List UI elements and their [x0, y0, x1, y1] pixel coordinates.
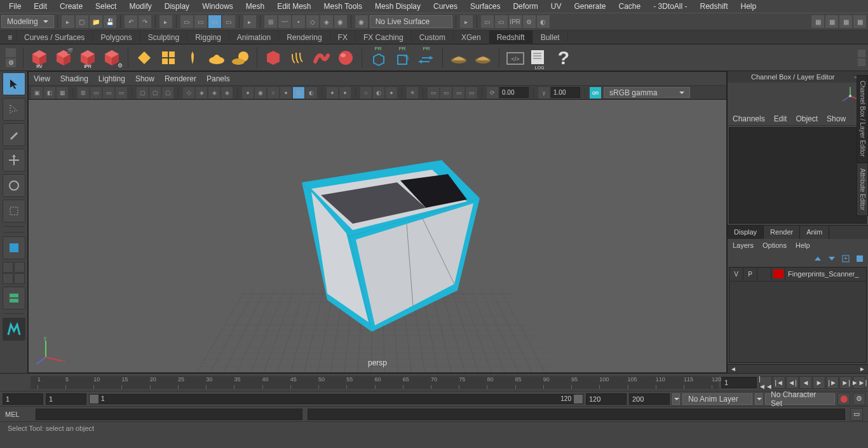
select-tool[interactable]: [3, 72, 25, 95]
rs-cube-0[interactable]: RV: [29, 47, 50, 69]
pt-tex3-icon[interactable]: ▭: [453, 87, 465, 98]
menu-surfaces[interactable]: Surfaces: [464, 1, 506, 12]
layer-move-down-icon[interactable]: [826, 253, 837, 264]
shelf-tab-redshift[interactable]: Redshift: [489, 31, 533, 44]
file-save-icon[interactable]: 💾: [104, 15, 116, 28]
panel-menu-shading[interactable]: Shading: [60, 74, 88, 83]
layer-new-empty-icon[interactable]: +: [840, 253, 851, 264]
menu-display[interactable]: Display: [158, 1, 196, 12]
rs-help-icon[interactable]: ?: [553, 47, 574, 69]
select-comp-icon[interactable]: ▭: [222, 15, 235, 28]
shelf-tab-curves-surfaces[interactable]: Curves / Surfaces: [17, 31, 93, 44]
rs-cube-3[interactable]: ⚙: [101, 47, 123, 69]
pt-reload-icon[interactable]: ⟳: [487, 87, 498, 98]
prev-key-icon[interactable]: |◄: [773, 376, 785, 389]
colorspace-dropdown[interactable]: sRGB gamma: [604, 87, 690, 98]
shelf-tab-fx-caching[interactable]: FX Caching: [356, 31, 412, 44]
layer-name[interactable]: Fingerprints_Scanner_: [785, 270, 861, 278]
pt-flat-icon[interactable]: ●: [280, 87, 292, 98]
layer-tab-display[interactable]: Display: [728, 226, 764, 239]
pt-xrayc-icon[interactable]: ◈: [221, 87, 233, 98]
layer-tab-render[interactable]: Render: [764, 226, 800, 239]
pt-image-icon[interactable]: ▦: [57, 87, 68, 98]
menu-cache[interactable]: Cache: [612, 1, 647, 12]
layer-menu-help[interactable]: Help: [796, 241, 810, 249]
redo-icon[interactable]: ↷: [139, 15, 151, 28]
range-start-input[interactable]: [3, 393, 43, 405]
cb-menu-edit[interactable]: Edit: [774, 114, 787, 123]
shelf-tab-polygons[interactable]: Polygons: [93, 31, 140, 44]
pt-shadow-icon[interactable]: ▦: [293, 87, 304, 98]
go-start-icon[interactable]: |◄◄: [759, 376, 772, 389]
time-slider[interactable]: 1510152025303540455055606570758085909510…: [0, 373, 868, 391]
menu-uv[interactable]: UV: [545, 1, 568, 12]
shelf-tab-sculpting[interactable]: Sculpting: [140, 31, 187, 44]
snap-grid-icon[interactable]: ⊞: [264, 15, 277, 28]
snap-curve-icon[interactable]: 〰: [278, 15, 291, 28]
menu-windows[interactable]: Windows: [196, 1, 240, 12]
shelf-tab-layout-icon[interactable]: [6, 48, 16, 57]
rs-light-spot-icon[interactable]: [206, 47, 227, 69]
axis-gizmo[interactable]: yxz: [36, 333, 68, 365]
pt-tex-icon[interactable]: ▭: [428, 87, 439, 98]
panel-menu-panels[interactable]: Panels: [207, 74, 230, 83]
rs-volume-icon[interactable]: [287, 47, 308, 69]
pt-aa-icon[interactable]: ◐: [373, 87, 384, 98]
rs-baker2-icon[interactable]: [472, 47, 494, 69]
shelf-scroll-up-icon[interactable]: [858, 50, 865, 57]
scale-tool[interactable]: [3, 200, 25, 222]
range-out-input[interactable]: [586, 393, 627, 405]
rs-log-icon[interactable]: LOG: [529, 47, 550, 69]
panel-menu-renderer[interactable]: Renderer: [165, 74, 196, 83]
rs-sphere-icon[interactable]: [335, 47, 356, 69]
rs-baker1-icon[interactable]: [448, 47, 470, 69]
anim-prefs-icon[interactable]: ⚙: [853, 393, 865, 405]
rs-proxy-icon[interactable]: [262, 47, 284, 69]
rs-light-area-icon[interactable]: [158, 47, 179, 69]
step-fwd-icon[interactable]: |►: [826, 376, 839, 389]
side-tab-attribute[interactable]: Attribute Editor: [857, 163, 868, 216]
new-scene-icon[interactable]: ▸: [62, 15, 74, 28]
pt-iso-icon[interactable]: ◇: [183, 87, 194, 98]
pt-motion-icon[interactable]: ●: [327, 87, 338, 98]
time-current-input[interactable]: [721, 377, 757, 388]
cb-menu-channels[interactable]: Channels: [733, 114, 765, 123]
file-open-icon[interactable]: 📁: [90, 15, 102, 28]
exposure-input[interactable]: [499, 87, 529, 98]
ipr-render-icon[interactable]: IPR: [509, 15, 522, 28]
pt-default-icon[interactable]: ●: [242, 87, 254, 98]
layer-scroll-right-icon[interactable]: ►: [857, 365, 868, 372]
gamma-input[interactable]: [551, 87, 580, 98]
cb-menu-show[interactable]: Show: [827, 114, 846, 123]
panel-menu-lighting[interactable]: Lighting: [98, 74, 125, 83]
menu-deform[interactable]: Deform: [506, 1, 544, 12]
pt-sel-high-icon[interactable]: ▢: [137, 87, 148, 98]
layer-menu-options[interactable]: Options: [763, 241, 787, 249]
layout-quad2[interactable]: [14, 262, 25, 273]
live-toggle-icon[interactable]: ◉: [355, 15, 368, 28]
menu-curves[interactable]: Curves: [427, 1, 464, 12]
rs-cube-1[interactable]: 🎬: [53, 47, 74, 69]
pt-fog-icon[interactable]: ●: [339, 87, 351, 98]
layout-extra-tool[interactable]: [3, 287, 25, 309]
play-back-icon[interactable]: ◄: [799, 376, 812, 389]
menu-mesh-tools[interactable]: Mesh Tools: [318, 1, 369, 12]
cmd-lang-label[interactable]: MEL: [5, 411, 31, 418]
menu-create[interactable]: Create: [53, 1, 89, 12]
menu-redshift[interactable]: Redshift: [694, 1, 735, 12]
hist-arrow-icon[interactable]: ▸: [460, 15, 473, 28]
anim-layer-arrow[interactable]: [755, 393, 763, 405]
toggle-outliner-icon[interactable]: ▦: [811, 15, 824, 28]
menu-modify[interactable]: Modify: [123, 1, 158, 12]
range-end-input[interactable]: [629, 393, 670, 405]
toggle-tool-icon[interactable]: ▦: [839, 15, 852, 28]
time-ruler[interactable]: 1510152025303540455055606570758085909510…: [31, 376, 719, 389]
snap-live-icon[interactable]: ◉: [334, 15, 347, 28]
next-key-icon[interactable]: ►|: [839, 376, 852, 389]
menu-generate[interactable]: Generate: [567, 1, 612, 12]
undo-icon[interactable]: ↶: [125, 15, 137, 28]
layer-move-up-icon[interactable]: [812, 253, 824, 264]
pt-xrayj-icon[interactable]: ◈: [208, 87, 220, 98]
character-set-dropdown[interactable]: No Character Set: [765, 393, 835, 405]
live-surface-dropdown[interactable]: No Live Surface: [370, 15, 452, 28]
